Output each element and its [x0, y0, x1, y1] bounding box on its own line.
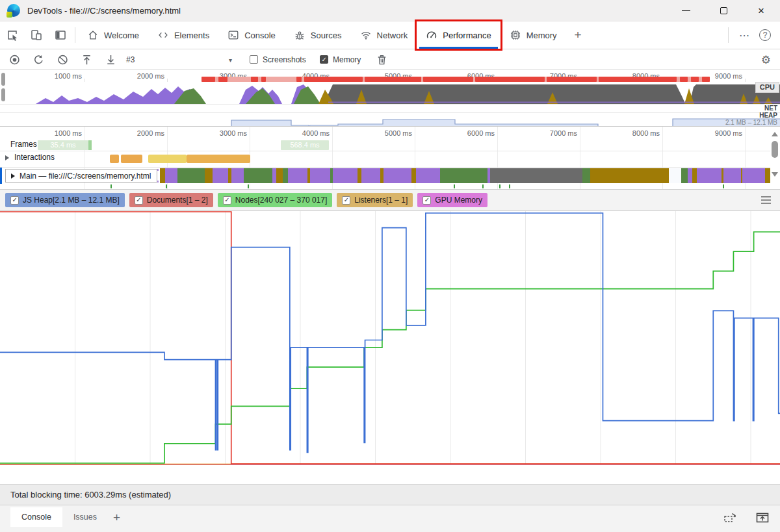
more-tools-button[interactable]: + — [566, 21, 590, 49]
settings-gear-icon[interactable]: ⚙ — [761, 53, 771, 66]
memory-checkbox[interactable] — [320, 55, 328, 64]
counter-label: Documents[1 – 2] — [147, 196, 208, 205]
memory-counters-chart[interactable] — [0, 211, 780, 465]
main-thread-track[interactable]: Main — file:///C:/screens/memory.html — [0, 167, 770, 184]
counter-toggle-js-heap[interactable]: JS Heap[2.1 MB – 12.1 MB] — [5, 193, 125, 207]
clear-button[interactable] — [57, 53, 69, 66]
flame-segment[interactable] — [276, 168, 283, 183]
flame-segment[interactable] — [288, 168, 307, 183]
counter-toggle-gpu-memory[interactable]: GPU Memory — [417, 193, 488, 207]
cpu-strip-label: CPU — [755, 82, 779, 93]
counter-checkbox[interactable] — [10, 196, 19, 205]
tab-performance[interactable]: Performance — [417, 21, 500, 49]
flame-segment[interactable] — [165, 168, 177, 183]
flame-segment[interactable] — [361, 168, 380, 183]
tracks-scrollbar[interactable] — [770, 127, 780, 189]
counter-checkbox[interactable] — [342, 196, 350, 205]
interactions-expand-icon[interactable] — [5, 155, 9, 160]
tab-memory[interactable]: Memory — [500, 21, 566, 49]
trash-button[interactable] — [376, 53, 388, 66]
flame-segment[interactable] — [244, 168, 272, 183]
memory-checkbox-row[interactable]: Memory — [320, 55, 361, 64]
save-profile-button[interactable] — [105, 53, 117, 66]
flame-segment[interactable] — [160, 168, 165, 183]
flame-segment[interactable] — [213, 168, 228, 183]
device-emulation-icon[interactable] — [24, 21, 48, 49]
long-task-bar — [702, 77, 710, 82]
load-profile-button[interactable] — [81, 53, 93, 66]
flame-segment[interactable] — [333, 168, 358, 183]
flame-segment[interactable] — [590, 168, 669, 183]
gc-tick — [454, 184, 455, 188]
drawer-tab-console[interactable]: Console — [10, 507, 62, 527]
screenshots-checkbox-row[interactable]: Screenshots — [250, 55, 306, 64]
timeline-overview[interactable]: 1000 ms2000 ms3000 ms4000 ms5000 ms6000 … — [0, 70, 780, 127]
tab-elements[interactable]: Elements — [148, 21, 218, 49]
interaction-bar — [148, 155, 187, 163]
long-task-bar — [202, 77, 215, 82]
help-button[interactable]: ? — [759, 29, 771, 41]
tab-console[interactable]: Console — [218, 21, 285, 49]
flame-segment[interactable] — [582, 168, 590, 183]
refresh-frame-icon[interactable] — [723, 511, 737, 524]
reload-button[interactable] — [32, 53, 45, 66]
long-task-bar — [599, 77, 677, 82]
counter-checkbox[interactable] — [422, 196, 431, 205]
flame-segment[interactable] — [205, 168, 213, 183]
expand-panel-icon[interactable] — [755, 511, 770, 524]
drawer-add-tab-button[interactable]: + — [113, 511, 120, 525]
flame-segment[interactable] — [283, 168, 288, 183]
flame-segment[interactable] — [765, 168, 770, 183]
long-task-bar — [475, 77, 545, 82]
counter-checkbox[interactable] — [223, 196, 231, 205]
minimize-button[interactable] — [667, 0, 705, 21]
frames-track-label[interactable]: Frames — [10, 140, 37, 149]
flame-segment[interactable] — [416, 168, 440, 183]
flame-segment[interactable] — [490, 168, 582, 183]
interaction-bar — [187, 155, 250, 163]
code-icon — [157, 29, 169, 41]
drawer-tab-issues[interactable]: Issues — [62, 507, 108, 527]
scroll-thumb[interactable] — [772, 141, 778, 158]
counter-label: Nodes[240 027 – 370 017] — [235, 196, 327, 205]
counter-checkbox[interactable] — [135, 196, 143, 205]
tab-sources[interactable]: Sources — [285, 21, 351, 49]
dock-side-icon[interactable] — [48, 21, 72, 49]
overview-time-label: 2000 ms — [137, 72, 164, 80]
flame-segment[interactable] — [411, 168, 416, 183]
interactions-track-label[interactable]: Interactions — [14, 153, 55, 162]
maximize-button[interactable] — [705, 0, 742, 21]
flame-segment[interactable] — [384, 168, 411, 183]
scroll-down-icon[interactable] — [772, 172, 778, 177]
flame-segment[interactable] — [669, 168, 681, 183]
minimize-icon — [682, 10, 690, 11]
flame-segment[interactable] — [692, 168, 697, 183]
flame-segment[interactable] — [723, 168, 741, 183]
flame-segment[interactable] — [310, 168, 330, 183]
flame-segment[interactable] — [697, 168, 722, 183]
main-track-label-box[interactable]: Main — file:///C:/screens/memory.html — [5, 169, 157, 183]
overflow-menu-button[interactable]: ⋯ — [731, 29, 758, 42]
scroll-up-icon[interactable] — [772, 132, 778, 136]
flame-segment[interactable] — [681, 168, 688, 183]
record-button[interactable] — [8, 53, 21, 66]
counter-toggle-documents[interactable]: Documents[1 – 2] — [129, 193, 213, 207]
legend-menu-icon[interactable] — [761, 196, 771, 204]
counter-toggle-nodes[interactable]: Nodes[240 027 – 370 017] — [218, 193, 332, 207]
flame-segment[interactable] — [440, 168, 488, 183]
flame-segment[interactable] — [231, 168, 244, 183]
flame-segment[interactable] — [742, 168, 765, 183]
gc-tick — [482, 184, 484, 188]
session-dropdown[interactable]: ▾ — [229, 56, 232, 63]
tab-welcome[interactable]: Welcome — [78, 21, 148, 49]
track-time-label: 6000 ms — [467, 129, 495, 137]
tab-network[interactable]: Network — [351, 21, 417, 49]
flame-segment[interactable] — [688, 168, 692, 183]
inspect-icon[interactable] — [0, 21, 24, 49]
counter-toggle-listeners[interactable]: Listeners[1 – 1] — [337, 193, 413, 207]
flame-segment[interactable] — [177, 168, 205, 183]
tab-label: Elements — [174, 31, 209, 40]
main-expand-icon[interactable] — [11, 173, 15, 179]
screenshots-checkbox[interactable] — [250, 55, 258, 64]
close-button[interactable]: × — [742, 0, 780, 21]
